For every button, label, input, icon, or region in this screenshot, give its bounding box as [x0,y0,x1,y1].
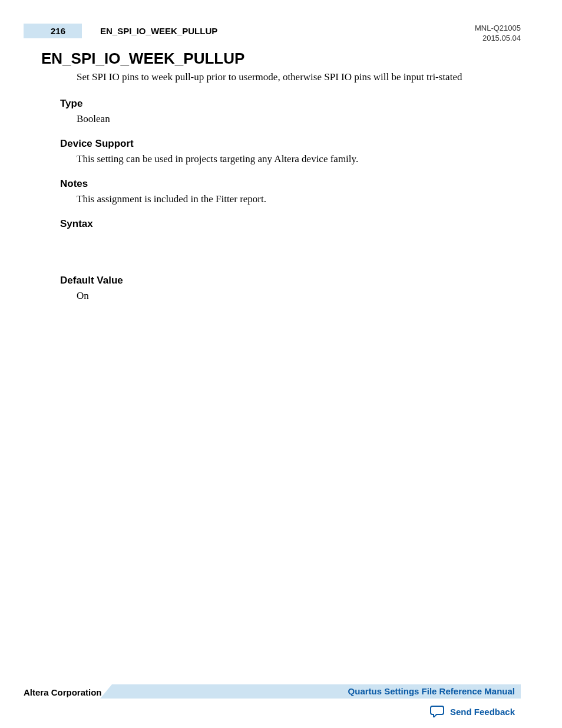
section-default-value-body: On [77,290,521,302]
page-footer: Altera Corporation Quartus Settings File… [24,684,521,699]
feedback-row: Send Feedback [430,706,515,717]
intro-paragraph: Set SPI IO pins to week pull-up prior to… [77,70,521,85]
doc-date: 2015.05.04 [475,34,521,44]
section-notes-body: This assignment is included in the Fitte… [77,193,521,205]
header-meta: MNL-Q21005 2015.05.04 [475,24,521,44]
footer-company: Altera Corporation [24,687,102,697]
doc-id: MNL-Q21005 [475,24,521,34]
document-page: 216 EN_SPI_IO_WEEK_PULLUP MNL-Q21005 201… [0,0,562,728]
syntax-empty-body [41,233,521,275]
section-device-support-label: Device Support [60,138,521,150]
footer-bar: Altera Corporation Quartus Settings File… [24,684,521,699]
section-type-body: Boolean [77,113,521,125]
page-number-tab: 216 [24,24,82,38]
chat-bubble-icon [430,706,444,717]
section-notes-label: Notes [60,178,521,190]
send-feedback-link[interactable]: Send Feedback [450,707,515,717]
page-title: EN_SPI_IO_WEEK_PULLUP [41,50,521,68]
section-syntax-label: Syntax [60,218,521,230]
section-type-label: Type [60,98,521,110]
running-title: EN_SPI_IO_WEEK_PULLUP [100,26,217,36]
page-header: 216 EN_SPI_IO_WEEK_PULLUP MNL-Q21005 201… [41,24,521,41]
section-device-support-body: This setting can be used in projects tar… [77,153,521,165]
section-default-value-label: Default Value [60,275,521,286]
manual-link[interactable]: Quartus Settings File Reference Manual [348,686,515,696]
